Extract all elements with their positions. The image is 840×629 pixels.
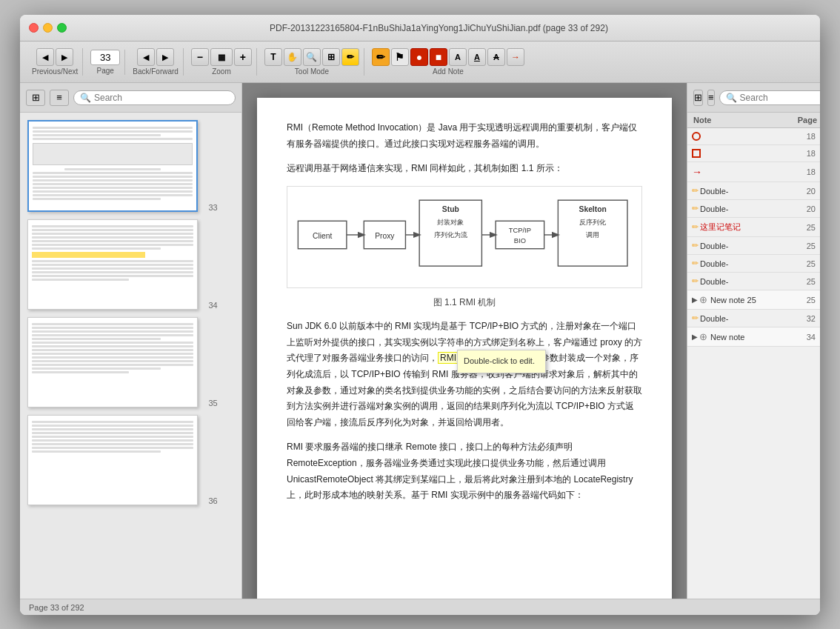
note-expand-arrow-10: ▶ [692, 296, 698, 304]
svg-text:调用: 调用 [586, 231, 599, 239]
hand-tool-button[interactable]: ✋ [284, 48, 301, 66]
thumbnail-page-33: 33 [204, 203, 222, 212]
magnify-tool-button[interactable]: 🔍 [303, 48, 321, 66]
note-page-12: 34 [793, 333, 816, 342]
add-note-group: ✏ ⚑ ● ■ A A A → Add Note [367, 48, 529, 76]
note-add-icon-10: ⊕ [699, 294, 707, 305]
grid-tool-button[interactable]: ⊞ [322, 48, 340, 66]
thumbnails-area: 33 [20, 113, 241, 599]
thumbnail-img-35 [27, 317, 198, 407]
page-number-input[interactable] [90, 50, 120, 65]
thumbnail-img-33 [27, 120, 198, 212]
pdf-page: RMI（Remote Method Invocation）是 Java 用于实现… [257, 98, 672, 599]
notes-search-icon: 🔍 [726, 93, 737, 103]
note-pencil-icon-9: ✏ [692, 276, 699, 286]
note-color2-button[interactable]: ⚑ [391, 48, 409, 66]
notes-toolbar: ⊞ ≡ 🔍 [687, 83, 820, 113]
note-arrow-button[interactable]: → [507, 48, 524, 66]
thumbnail-page-35: 35 [204, 399, 222, 407]
zoom-in-button[interactable]: + [234, 48, 252, 66]
note-item-11[interactable]: ✏ Double- 32 [687, 310, 820, 327]
zoom-label: Zoom [212, 67, 231, 76]
note-item-2[interactable]: 18 [687, 145, 820, 162]
forward-button[interactable]: ▶ [156, 48, 174, 66]
note-item-9[interactable]: ✏ Double- 25 [687, 273, 820, 290]
notes-list-view-button[interactable]: ≡ [707, 90, 715, 106]
titlebar: PDF-20131223165804-F1nBuShiJa1aYingYong1… [20, 15, 820, 41]
sidebar-left: ⊞ ≡ 🔍 [20, 83, 242, 599]
maximize-button[interactable] [57, 23, 67, 33]
note-strike-button[interactable]: A [487, 48, 505, 66]
note-page-9: 25 [793, 277, 816, 286]
note-item-12[interactable]: ▶ ⊕ New note 34 [687, 327, 820, 347]
note-pencil-icon-8: ✏ [692, 259, 699, 268]
grid-view-button[interactable]: ⊞ [26, 90, 45, 106]
left-search-box: 🔍 [73, 90, 236, 105]
next-button[interactable]: ▶ [56, 48, 73, 66]
note-text-6: 这里记笔记 [700, 222, 793, 233]
close-button[interactable] [29, 23, 39, 33]
minimize-button[interactable] [43, 23, 53, 33]
zoom-controls: − ▦ + [191, 48, 252, 66]
notes-search-box: 🔍 [719, 90, 820, 105]
note-underline-button[interactable]: A [468, 48, 486, 66]
note-text-button[interactable]: A [449, 48, 467, 66]
note-item-6[interactable]: ✏ 这里记笔记 25 [687, 218, 820, 237]
main-area: ⊞ ≡ 🔍 [20, 83, 820, 599]
thumbnail-34[interactable]: 34 [27, 219, 234, 310]
add-note-label: Add Note [433, 67, 464, 76]
tool-mode-label: Tool Mode [295, 67, 329, 76]
zoom-out-button[interactable]: − [191, 48, 209, 66]
back-forward-arrows: ◀ ▶ [137, 48, 174, 66]
note-color3-button[interactable]: ● [410, 48, 428, 66]
thumbnail-35[interactable]: 35 [27, 317, 234, 407]
left-search-input[interactable] [94, 93, 229, 103]
note-item-4[interactable]: ✏ Double- 20 [687, 182, 820, 200]
thumbnail-page-34: 34 [204, 301, 222, 310]
page-num-section: Page [90, 50, 120, 75]
note-item-8[interactable]: ✏ Double- 25 [687, 255, 820, 273]
back-forward-group: ◀ ▶ Back/Forward [128, 48, 184, 76]
tooltip-popup: Double-click to edit. [457, 350, 546, 373]
note-item-3[interactable]: → 18 [687, 162, 820, 182]
note-page-4: 20 [793, 187, 816, 196]
svg-text:反序列化: 反序列化 [579, 219, 606, 226]
zoom-section: − ▦ + Zoom [191, 48, 252, 76]
notes-grid-view-button[interactable]: ⊞ [693, 90, 703, 106]
window-title: PDF-20131223165804-F1nBuShiJa1aYingYong1… [67, 23, 811, 33]
note-arrow-icon: → [692, 166, 704, 178]
main-window: PDF-20131223165804-F1nBuShiJa1aYingYong1… [20, 15, 820, 615]
add-note-section: ✏ ⚑ ● ■ A A A → Add Note [372, 48, 524, 76]
rmi-diagram-svg: Client Proxy Stub 封装对象 序列化为流 [291, 190, 638, 279]
note-pencil-icon-11: ✏ [692, 313, 699, 323]
note-text-9: Double- [700, 277, 793, 286]
thumbnail-img-36 [27, 415, 198, 505]
note-page-3: 18 [793, 167, 816, 176]
notes-search-input[interactable] [740, 93, 820, 103]
highlight-tool-button[interactable]: ✏ [341, 48, 359, 66]
prev-button[interactable]: ◀ [36, 48, 54, 66]
zoom-fit-button[interactable]: ▦ [210, 48, 233, 66]
note-page-2: 18 [793, 149, 816, 158]
tooltip-text: Double-click to edit. [464, 356, 535, 365]
note-color1-button[interactable]: ✏ [372, 48, 390, 66]
text-tool-button[interactable]: T [264, 48, 282, 66]
thumbnail-36[interactable]: 36 [27, 415, 234, 505]
note-text-10: New note 25 [710, 296, 793, 304]
note-color4-button[interactable]: ■ [430, 48, 447, 66]
note-pencil-icon-5: ✏ [692, 204, 699, 213]
note-item-10[interactable]: ▶ ⊕ New note 25 25 [687, 290, 820, 310]
note-item-5[interactable]: ✏ Double- 20 [687, 200, 820, 218]
note-item-1[interactable]: 18 [687, 128, 820, 145]
notes-header-note-col: Note [687, 113, 787, 127]
thumbnail-33[interactable]: 33 [27, 120, 234, 212]
page-num-group: Page [86, 50, 125, 75]
zoom-group: − ▦ + Zoom [187, 48, 257, 76]
note-item-7[interactable]: ✏ Double- 25 [687, 237, 820, 255]
svg-text:Proxy: Proxy [375, 231, 395, 239]
list-view-button[interactable]: ≡ [50, 90, 69, 106]
back-button[interactable]: ◀ [137, 48, 155, 66]
statusbar: Page 33 of 292 [20, 599, 820, 615]
pdf-text-1: RMI（Remote Method Invocation）是 Java 用于实现… [287, 120, 642, 152]
sidebar-right: ⊞ ≡ 🔍 Note Page 18 [687, 83, 820, 599]
